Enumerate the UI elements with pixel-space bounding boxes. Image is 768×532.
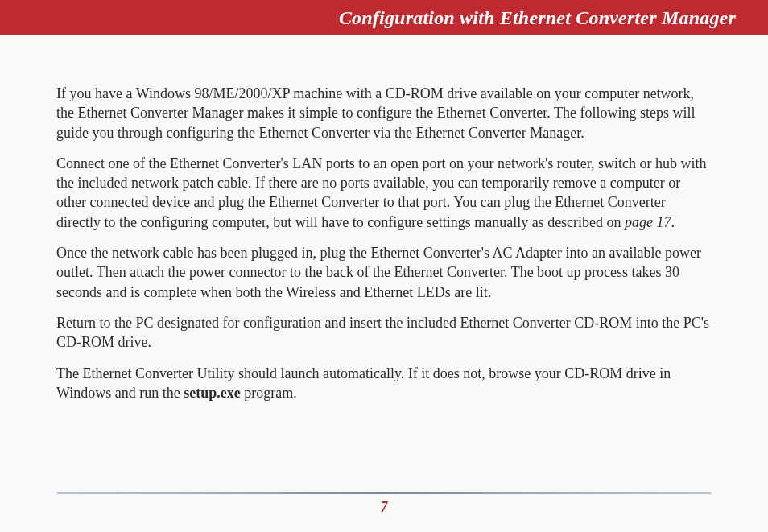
paragraph-3: Once the network cable has been plugged …	[56, 243, 712, 302]
paragraph-5: The Ethernet Converter Utility should la…	[56, 364, 712, 403]
header-band: Configuration with Ethernet Converter Ma…	[0, 0, 768, 35]
paragraph-5-text-b: program.	[241, 385, 297, 401]
page-number: 7	[56, 499, 712, 516]
paragraph-2: Connect one of the Ethernet Converter's …	[56, 154, 712, 232]
page-title: Configuration with Ethernet Converter Ma…	[339, 7, 736, 29]
paragraph-5-text-a: The Ethernet Converter Utility should la…	[56, 365, 671, 401]
paragraph-2-text-a: Connect one of the Ethernet Converter's …	[56, 155, 707, 230]
document-page: Configuration with Ethernet Converter Ma…	[0, 0, 768, 532]
paragraph-2-text-b: .	[671, 214, 675, 230]
paragraph-4: Return to the PC designated for configur…	[56, 313, 712, 353]
footer: 7	[0, 492, 768, 532]
page-reference: page 17	[625, 214, 671, 230]
footer-rule	[56, 492, 712, 494]
body-content: If you have a Windows 98/ME/2000/XP mach…	[0, 35, 768, 492]
paragraph-1: If you have a Windows 98/ME/2000/XP mach…	[56, 84, 712, 142]
setup-exe-bold: setup.exe	[184, 385, 241, 401]
